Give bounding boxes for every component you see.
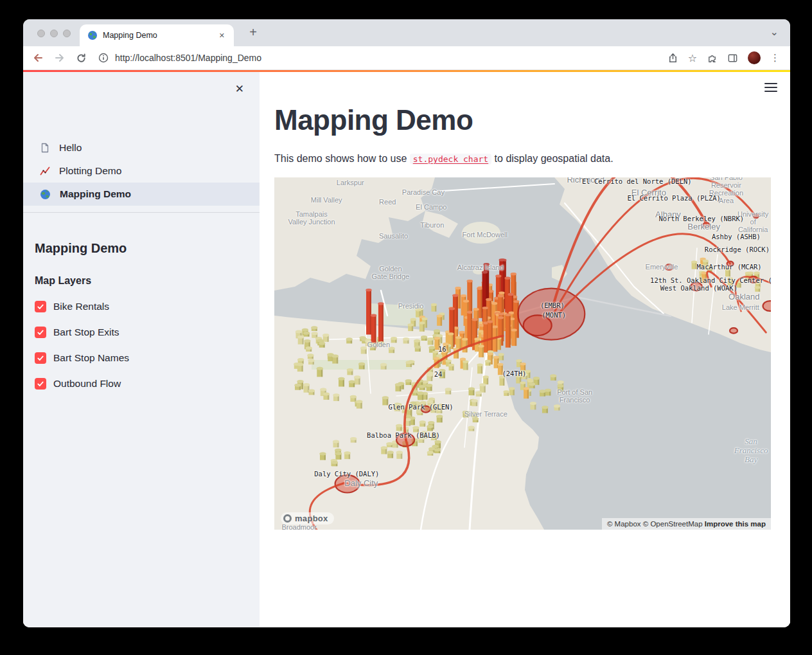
close-window-button[interactable] xyxy=(37,30,45,37)
check-icon xyxy=(37,303,44,310)
checkbox-label: Outbound Flow xyxy=(53,378,121,390)
map-layers-heading: Map Layers xyxy=(35,275,260,287)
globe-icon xyxy=(40,189,51,200)
site-info-icon[interactable] xyxy=(98,53,109,63)
browser-tab[interactable]: Mapping Demo ✕ xyxy=(80,24,234,46)
intro-after: to display geospatial data. xyxy=(491,153,613,164)
document-icon xyxy=(40,143,50,153)
address-bar[interactable]: http://localhost:8501/Mapping_Demo xyxy=(87,53,667,63)
mapbox-logo[interactable]: mapbox xyxy=(281,512,334,525)
sidebar-item-hello[interactable]: Hello xyxy=(23,136,260,159)
checkbox-label: Bart Stop Exits xyxy=(53,327,119,338)
mapbox-logo-text: mapbox xyxy=(295,514,328,523)
sidebar-item-label: Plotting Demo xyxy=(59,165,121,177)
sidebar-item-label: Mapping Demo xyxy=(60,188,131,200)
checkbox-outbound-flow[interactable] xyxy=(35,378,46,390)
tab-strip: Mapping Demo ✕ + ⌄ xyxy=(23,19,790,46)
chart-icon xyxy=(40,166,50,176)
tab-close-icon[interactable]: ✕ xyxy=(216,30,227,41)
checkbox-bart-stop-names[interactable] xyxy=(35,352,46,364)
minimize-window-button[interactable] xyxy=(50,30,58,37)
arcs-and-exits-layer xyxy=(274,177,771,530)
checkbox-label: Bike Rentals xyxy=(53,301,109,312)
checkbox-bike-rentals[interactable] xyxy=(35,301,46,312)
new-tab-button[interactable]: + xyxy=(245,25,261,40)
sidebar-item-plotting-demo[interactable]: Plotting Demo xyxy=(23,159,260,183)
intro-text: This demo shows how to use st.pydeck_cha… xyxy=(274,153,771,165)
forward-button[interactable] xyxy=(54,52,66,64)
bookmark-star-icon[interactable]: ☆ xyxy=(688,52,697,64)
side-panel-icon[interactable] xyxy=(727,53,738,64)
page-title: Mapping Demo xyxy=(274,104,771,136)
share-button[interactable] xyxy=(667,53,678,64)
sidebar-close-icon[interactable]: ✕ xyxy=(233,80,247,98)
sidebar-title: Mapping Demo xyxy=(35,241,260,256)
check-icon xyxy=(37,328,44,336)
checkbox-bart-stop-exits[interactable] xyxy=(35,327,46,338)
mapbox-logo-icon xyxy=(283,514,292,523)
sidebar-item-mapping-demo[interactable]: Mapping Demo xyxy=(23,183,260,206)
zoom-window-button[interactable] xyxy=(63,30,71,37)
check-icon xyxy=(37,380,44,388)
main-content: Mapping Demo This demo shows how to use … xyxy=(260,72,790,627)
sidebar: ✕ Hello Plotting Demo xyxy=(23,72,260,627)
map-attribution: © Mapbox © OpenStreetMap Improve this ma… xyxy=(602,518,771,530)
checkbox-label: Bart Stop Names xyxy=(53,352,129,364)
app-menu-hamburger-icon[interactable] xyxy=(764,80,777,94)
page-nav: Hello Plotting Demo xyxy=(23,136,260,206)
pydeck-chart-code-link[interactable]: st.pydeck_chart xyxy=(410,154,491,165)
url-text[interactable]: http://localhost:8501/Mapping_Demo xyxy=(115,53,261,63)
attribution-text[interactable]: © Mapbox © OpenStreetMap xyxy=(607,520,705,528)
back-button[interactable] xyxy=(32,52,44,64)
improve-map-link[interactable]: Improve this map xyxy=(705,520,766,528)
traffic-lights xyxy=(37,30,71,37)
checkbox-row-bart-stop-exits[interactable]: Bart Stop Exits xyxy=(35,312,260,338)
checkbox-row-bike-rentals[interactable]: Bike Rentals xyxy=(35,287,260,312)
globe-favicon-icon xyxy=(87,30,98,40)
checkbox-row-bart-stop-names[interactable]: Bart Stop Names xyxy=(35,338,260,364)
tab-title: Mapping Demo xyxy=(103,31,211,40)
checkbox-row-outbound-flow[interactable]: Outbound Flow xyxy=(35,364,260,390)
streamlit-app: ✕ Hello Plotting Demo xyxy=(23,72,790,627)
pydeck-map[interactable]: LarkspurMill ValleyReedParadise CayEl Ca… xyxy=(274,177,771,530)
tab-search-chevron-icon[interactable]: ⌄ xyxy=(770,26,779,38)
profile-avatar[interactable] xyxy=(748,51,761,64)
intro-before: This demo shows how to use xyxy=(274,153,410,164)
sidebar-divider xyxy=(23,212,260,213)
reload-button[interactable] xyxy=(76,53,87,64)
browser-menu-icon[interactable]: ⋮ xyxy=(770,52,780,64)
browser-window: Mapping Demo ✕ + ⌄ xyxy=(23,19,790,627)
check-icon xyxy=(37,354,44,362)
extensions-puzzle-icon[interactable] xyxy=(707,53,718,64)
desktop-background: Mapping Demo ✕ + ⌄ xyxy=(0,0,812,655)
browser-toolbar: http://localhost:8501/Mapping_Demo ☆ ⋮ xyxy=(23,46,790,70)
sidebar-item-label: Hello xyxy=(59,142,82,154)
